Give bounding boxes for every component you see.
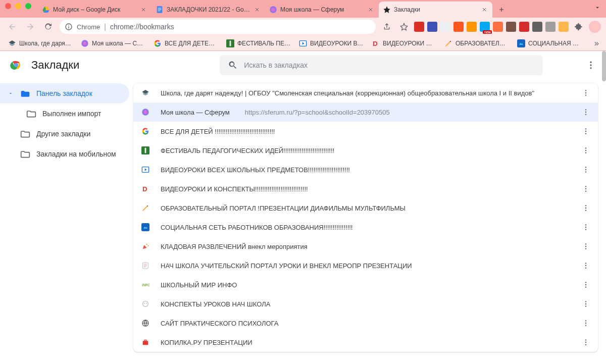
bookmarks-bar-item[interactable]: DВИДЕОУРОКИ И… [369, 37, 439, 49]
bookmark-favicon-icon [226, 39, 234, 47]
svg-point-58 [585, 265, 586, 266]
bookmark-row[interactable]: СОЦИАЛЬНАЯ СЕТЬ РАБОТНИКОВ ОБРАЗОВАНИЯ!!… [133, 218, 598, 237]
bookmarks-bar-item[interactable]: ФЕСТИВАЛЬ ПЕД… [223, 37, 294, 49]
bookmark-row[interactable]: САЙТ ПРАКТИЧЕСКОГО ПСИХОЛОГА [133, 314, 598, 333]
bookmark-menu-button[interactable] [582, 223, 590, 231]
bookmark-favicon-icon [141, 319, 149, 327]
bookmark-menu-button[interactable] [582, 319, 590, 327]
folder-tree-item[interactable]: Закладки на мобильном [0, 144, 129, 164]
tab-close-button[interactable] [139, 6, 147, 14]
bookmark-menu-button[interactable] [582, 146, 590, 154]
extension-icon[interactable] [559, 22, 569, 32]
bookmark-favicon-icon: D [141, 185, 149, 193]
bookmark-title: ОБРАЗОВАТЕЛЬНЫЙ ПОРТАЛ !ПРЕЗЕНТАЦИИ ДИАФ… [161, 204, 406, 212]
extension-icon[interactable] [493, 22, 503, 32]
tab-close-button[interactable] [253, 6, 261, 14]
back-button[interactable] [5, 20, 19, 34]
bookmark-menu-button[interactable] [582, 204, 590, 212]
svg-point-4 [270, 6, 276, 13]
browser-tab[interactable]: ЗАКЛАДОЧКИ 2021/22 - Goo… [152, 2, 265, 18]
svg-point-67 [585, 301, 586, 302]
search-input[interactable]: Искать в закладках [220, 55, 543, 75]
profile-avatar[interactable] [589, 21, 601, 33]
extension-icon[interactable] [440, 22, 450, 32]
svg-point-34 [585, 150, 586, 151]
browser-tab[interactable]: Мой диск – Google Диск [38, 2, 152, 18]
share-button[interactable] [380, 20, 394, 34]
extension-icon[interactable] [467, 22, 477, 32]
reload-button[interactable] [41, 20, 56, 34]
bookmarks-bar-item[interactable]: СОЦИАЛЬНАЯ С… [514, 37, 585, 49]
minimize-window-button[interactable] [15, 3, 21, 9]
bookmark-menu-button[interactable] [582, 185, 590, 193]
folder-label: Выполнен импорт [42, 110, 101, 118]
bookmarks-bar-item[interactable]: ВИДЕОУРОКИ ВС… [296, 37, 367, 49]
bookmark-row[interactable]: ВИДЕОУРОКИ ВСЕХ ШКОЛЬНЫХ ПРЕДМЕТОВ!!!!!!… [133, 160, 598, 179]
extension-icon[interactable] [519, 22, 529, 32]
folder-tree-item[interactable]: Другие закладки [0, 124, 129, 144]
bookmark-row[interactable]: КЛАДОВАЯ РАЗВЛЕЧЕНИЙ внекл мероприятия [133, 237, 598, 256]
bookmark-row[interactable]: ФЕСТИВАЛЬ ПЕДАГОГИЧЕСКИХ ИДЕЙ!!!!!!!!!!!… [133, 141, 598, 160]
new-tab-button[interactable] [494, 3, 509, 17]
address-bar[interactable]: Chrome | chrome://bookmarks [60, 20, 376, 34]
svg-point-24 [142, 109, 148, 115]
bookmark-row[interactable]: Моя школа — Сферумhttps://sferum.ru/?p=s… [133, 102, 598, 122]
browser-tab[interactable]: Закладки [379, 2, 492, 18]
bookmarks-bar-item[interactable]: Школа, где дарят… [5, 37, 76, 49]
bookmark-row[interactable]: КОПИЛКА.РУ ПРЕЗЕНТАЦИИ [133, 333, 598, 352]
extension-icon[interactable] [532, 22, 542, 32]
folder-tree-item[interactable]: Панель закладок [0, 83, 129, 103]
svg-point-68 [585, 303, 586, 304]
tab-overflow-button[interactable] [594, 4, 601, 11]
browser-tab[interactable]: Моя школа — Сферум [265, 2, 379, 18]
bookmark-row[interactable]: КОНСПЕКТЫ УРОКОВ НАЧ ШКОЛА [133, 294, 598, 314]
tab-title: Моя школа — Сферум [280, 6, 364, 13]
folder-tree-item[interactable]: Выполнен импорт [0, 103, 129, 124]
bookmarks-bar-item[interactable]: Моя школа — Сф… [78, 37, 148, 49]
svg-point-48 [585, 224, 586, 225]
bookmark-menu-button[interactable] [582, 338, 590, 346]
bookmark-favicon-icon [141, 338, 149, 346]
svg-point-42 [585, 188, 586, 189]
bookmark-menu-button[interactable] [582, 166, 590, 174]
bookmark-menu-button[interactable] [582, 89, 590, 97]
bookmark-menu-button[interactable] [582, 300, 590, 308]
bookmark-row[interactable]: НАЧ ШКОЛА УЧИТЕЛЬСКИЙ ПОРТАЛ УРОКИ И ВНЕ… [133, 256, 598, 275]
extension-icon[interactable] [427, 22, 437, 32]
vertical-scrollbar[interactable] [602, 51, 606, 81]
bookmarks-bar-item[interactable]: ВСЕ ДЛЯ ДЕТЕЙ !… [150, 37, 221, 49]
tab-close-button[interactable] [480, 6, 488, 14]
bookmark-favicon-icon: INFO [141, 281, 149, 289]
bookmark-row[interactable]: ОБРАЗОВАТЕЛЬНЫЙ ПОРТАЛ !ПРЕЗЕНТАЦИИ ДИАФ… [133, 198, 598, 218]
close-window-button[interactable] [5, 3, 11, 9]
fullscreen-window-button[interactable] [25, 3, 31, 9]
bookmark-star-button[interactable] [397, 20, 411, 34]
bookmark-row[interactable]: INFOШКОЛЬНЫЙ МИР ИНФО [133, 275, 598, 294]
bookmark-title: КОПИЛКА.РУ ПРЕЗЕНТАЦИИ [161, 339, 252, 346]
bookmark-menu-button[interactable] [582, 127, 590, 135]
forward-button[interactable] [23, 20, 37, 34]
extension-icon[interactable] [506, 22, 516, 32]
extension-icon[interactable] [545, 22, 556, 32]
tab-close-button[interactable] [367, 6, 375, 14]
extension-icon[interactable]: new [480, 22, 490, 32]
extension-icon[interactable] [414, 22, 424, 32]
bookmark-favicon-icon: D [372, 39, 380, 47]
svg-point-21 [585, 90, 586, 91]
bookmark-menu-button[interactable] [582, 281, 590, 289]
expand-arrow-icon [8, 91, 14, 96]
bookmark-row[interactable]: DВИДЕОУРОКИ И КОНСПЕКТЫ!!!!!!!!!!!!!!!!!… [133, 179, 598, 198]
bookmarks-overflow-button[interactable]: » [592, 37, 601, 50]
svg-text:INFO: INFO [142, 283, 149, 287]
bookmark-row[interactable]: ВСЕ ДЛЯ ДЕТЕЙ !!!!!!!!!!!!!!!!!!!!!!!!!!… [133, 122, 598, 141]
content-area: Панель закладокВыполнен импортДругие зак… [0, 79, 606, 364]
app-menu-button[interactable] [586, 60, 596, 70]
bookmark-menu-button[interactable] [582, 242, 590, 250]
bookmark-menu-button[interactable] [582, 262, 590, 270]
svg-point-6 [68, 25, 69, 26]
bookmarks-bar-item[interactable]: ОБРАЗОВАТЕЛЬН… [441, 37, 512, 49]
bookmark-menu-button[interactable] [582, 108, 590, 116]
extension-icon[interactable] [453, 22, 464, 32]
bookmark-row[interactable]: Школа, где дарят надежду! | ОГБОУ "Смоле… [133, 83, 598, 102]
extensions-button[interactable] [572, 20, 586, 34]
